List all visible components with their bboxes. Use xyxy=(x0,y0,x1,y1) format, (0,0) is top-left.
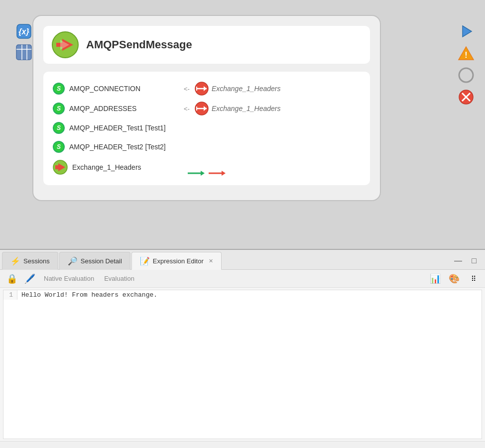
s-icon-header2: S xyxy=(52,140,65,153)
line-number-1: 1 xyxy=(3,290,17,300)
circle-btn[interactable] xyxy=(457,66,475,84)
expression-editor-toolbar: 🔒 🖊️ Native Evaluation Evaluation 📊 🎨 ⠿ xyxy=(0,270,485,288)
value-icon-connection xyxy=(195,82,209,96)
warning-btn[interactable]: ! xyxy=(457,44,475,62)
play-btn[interactable] xyxy=(457,22,475,40)
chart-icon: 📊 xyxy=(430,273,441,284)
s-icon-addresses: S xyxy=(52,102,65,115)
chart-btn[interactable]: 📊 xyxy=(427,272,443,286)
node-header: AMQPSendMessage xyxy=(43,26,370,64)
param-row-header2: S AMQP_HEADER_Test2 [Test2] xyxy=(52,137,361,156)
tab-sessions-label: Sessions xyxy=(23,257,50,265)
edit-icon: 📝 xyxy=(140,256,150,266)
param-name-header2: AMQP_HEADER_Test2 [Test2] xyxy=(69,143,179,151)
tabs-bar: ⚡ Sessions 🔎 Session Detail 📝 Expression… xyxy=(0,250,485,270)
param-name-header1: AMQP_HEADER_Test1 [Test1] xyxy=(69,124,179,132)
param-name-addresses: AMQP_ADDRESSES xyxy=(69,105,179,112)
editor-scrollbar[interactable] xyxy=(0,441,485,448)
maximize-btn[interactable]: □ xyxy=(467,254,481,268)
tab-close-icon[interactable]: ✕ xyxy=(209,258,213,264)
param-value-addresses: Exchange_1_Headers xyxy=(212,105,281,112)
svg-marker-32 xyxy=(201,171,205,176)
param-name-connection: AMQP_CONNECTION xyxy=(69,85,179,93)
param-arrow-addresses: <- xyxy=(184,105,190,112)
tab-expression-editor[interactable]: 📝 Expression Editor ✕ xyxy=(131,252,222,270)
panel-controls: — □ xyxy=(451,252,485,269)
svg-text:!: ! xyxy=(465,51,467,59)
param-arrow-connection: <- xyxy=(184,85,190,93)
svg-point-38 xyxy=(459,68,473,82)
svg-marker-34 xyxy=(222,171,226,176)
stop-btn[interactable] xyxy=(457,88,475,106)
output-name: Exchange_1_Headers xyxy=(72,163,141,171)
node-title: AMQPSendMessage xyxy=(86,38,192,51)
s-icon-header1: S xyxy=(52,121,65,134)
more-icon: ⠿ xyxy=(471,275,475,283)
variable-toolbar-btn[interactable]: {x} xyxy=(15,22,33,40)
top-panel: {x} {x} xyxy=(0,0,485,249)
tab-sessions[interactable]: ⚡ Sessions xyxy=(2,252,58,270)
svg-marker-35 xyxy=(463,26,472,37)
bottom-panel: ⚡ Sessions 🔎 Session Detail 📝 Expression… xyxy=(0,249,485,448)
color-btn[interactable]: 🎨 xyxy=(446,272,462,286)
search-icon: 🔎 xyxy=(68,256,78,266)
value-icon-addresses xyxy=(195,102,209,115)
more-btn[interactable]: ⠿ xyxy=(465,272,481,286)
svg-text:{x}: {x} xyxy=(18,27,29,36)
line-content-1: Hello World! From headers exchange. xyxy=(17,290,482,300)
left-toolbar: {x} xyxy=(15,22,33,61)
pencil-icon: 🖊️ xyxy=(24,273,35,284)
param-row-header1: S AMQP_HEADER_Test1 [Test1] xyxy=(52,118,361,137)
minimize-btn[interactable]: — xyxy=(451,254,465,268)
canvas-area: {x} {x} xyxy=(0,0,485,249)
tab-expression-editor-label: Expression Editor xyxy=(153,257,204,265)
color-icon: 🎨 xyxy=(449,273,460,284)
node-bottom-arrows xyxy=(187,166,227,180)
output-icon xyxy=(52,159,68,175)
param-value-connection: Exchange_1_Headers xyxy=(212,85,281,93)
node-icon xyxy=(51,31,79,59)
param-row-addresses: S AMQP_ADDRESSES <- Exchange_1_Headers xyxy=(52,99,361,118)
s-icon-connection: S xyxy=(52,82,65,95)
editor-area[interactable]: 1 Hello World! From headers exchange. xyxy=(3,290,482,439)
native-evaluation-btn[interactable]: Native Evaluation xyxy=(40,274,98,283)
right-toolbar: ! xyxy=(457,22,475,106)
lock-icon: 🔒 xyxy=(6,273,17,284)
tab-session-detail[interactable]: 🔎 Session Detail xyxy=(59,252,130,270)
tab-session-detail-label: Session Detail xyxy=(81,257,122,265)
node-card: AMQPSendMessage S AMQP_CONNECTION <- xyxy=(32,15,381,201)
svg-rect-2 xyxy=(16,45,31,60)
evaluation-btn[interactable]: Evaluation xyxy=(100,274,138,283)
expr-toolbar-right: 📊 🎨 ⠿ xyxy=(427,272,481,286)
param-row-connection: S AMQP_CONNECTION <- Exchange_1_Headers xyxy=(52,79,361,99)
editor-line-1: 1 Hello World! From headers exchange. xyxy=(3,290,482,300)
lightning-icon: ⚡ xyxy=(10,256,20,266)
table-toolbar-btn[interactable] xyxy=(15,43,33,61)
pencil-btn[interactable]: 🖊️ xyxy=(22,272,38,286)
lock-btn[interactable]: 🔒 xyxy=(4,272,20,286)
